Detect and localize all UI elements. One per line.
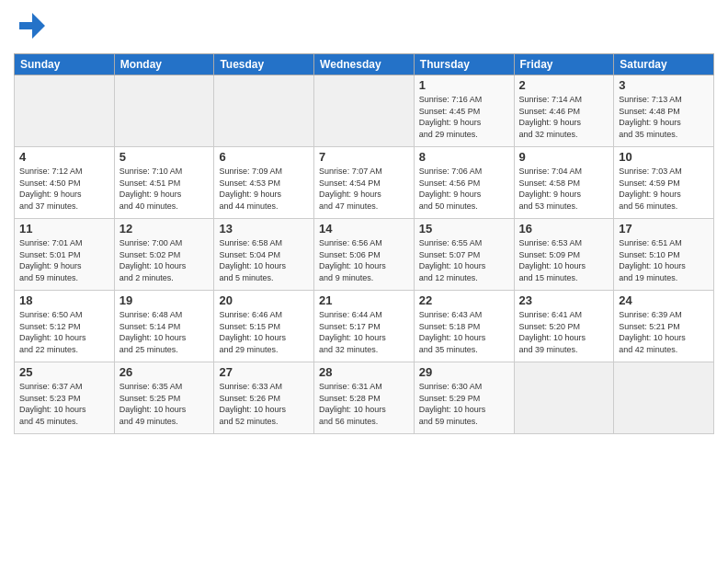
header [14, 9, 714, 46]
header-day-thursday: Thursday [414, 54, 514, 75]
day-number: 4 [19, 150, 109, 164]
calendar-cell: 22Sunrise: 6:43 AM Sunset: 5:18 PM Dayli… [414, 291, 514, 362]
day-info: Sunrise: 6:46 AM Sunset: 5:15 PM Dayligh… [219, 309, 309, 355]
week-row-1: 4Sunrise: 7:12 AM Sunset: 4:50 PM Daylig… [15, 147, 714, 219]
calendar-header: SundayMondayTuesdayWednesdayThursdayFrid… [15, 54, 714, 75]
calendar-cell [314, 75, 415, 147]
day-number: 9 [519, 150, 609, 164]
day-number: 8 [419, 150, 509, 164]
day-number: 3 [619, 78, 709, 92]
calendar-cell: 18Sunrise: 6:50 AM Sunset: 5:12 PM Dayli… [15, 291, 115, 362]
calendar-cell: 20Sunrise: 6:46 AM Sunset: 5:15 PM Dayli… [214, 291, 314, 362]
day-info: Sunrise: 6:35 AM Sunset: 5:25 PM Dayligh… [119, 381, 210, 427]
header-day-tuesday: Tuesday [214, 54, 314, 75]
calendar-body: 1Sunrise: 7:16 AM Sunset: 4:45 PM Daylig… [15, 75, 714, 434]
header-row: SundayMondayTuesdayWednesdayThursdayFrid… [15, 54, 714, 75]
header-day-wednesday: Wednesday [314, 54, 415, 75]
day-info: Sunrise: 6:39 AM Sunset: 5:21 PM Dayligh… [619, 309, 709, 355]
day-info: Sunrise: 7:07 AM Sunset: 4:54 PM Dayligh… [319, 166, 409, 212]
day-number: 1 [419, 78, 509, 92]
calendar-cell: 2Sunrise: 7:14 AM Sunset: 4:46 PM Daylig… [514, 75, 614, 147]
day-number: 13 [219, 222, 309, 236]
calendar-cell: 28Sunrise: 6:31 AM Sunset: 5:28 PM Dayli… [314, 362, 415, 434]
calendar-cell: 8Sunrise: 7:06 AM Sunset: 4:56 PM Daylig… [414, 147, 514, 219]
calendar-cell: 15Sunrise: 6:55 AM Sunset: 5:07 PM Dayli… [414, 219, 514, 291]
header-day-friday: Friday [514, 54, 614, 75]
day-info: Sunrise: 6:41 AM Sunset: 5:20 PM Dayligh… [519, 309, 609, 355]
calendar-cell [214, 75, 314, 147]
calendar-cell [514, 362, 614, 434]
logo-icon [14, 9, 47, 42]
day-number: 20 [219, 293, 309, 307]
day-number: 19 [119, 293, 210, 307]
day-number: 6 [219, 150, 309, 164]
day-number: 15 [419, 222, 509, 236]
calendar-cell: 11Sunrise: 7:01 AM Sunset: 5:01 PM Dayli… [15, 219, 115, 291]
calendar-cell: 6Sunrise: 7:09 AM Sunset: 4:53 PM Daylig… [214, 147, 314, 219]
calendar-cell: 7Sunrise: 7:07 AM Sunset: 4:54 PM Daylig… [314, 147, 415, 219]
day-info: Sunrise: 6:53 AM Sunset: 5:09 PM Dayligh… [519, 237, 609, 283]
day-number: 2 [519, 78, 609, 92]
day-info: Sunrise: 6:56 AM Sunset: 5:06 PM Dayligh… [319, 237, 409, 283]
day-info: Sunrise: 7:16 AM Sunset: 4:45 PM Dayligh… [419, 94, 509, 140]
calendar-cell: 3Sunrise: 7:13 AM Sunset: 4:48 PM Daylig… [614, 75, 714, 147]
calendar-cell: 24Sunrise: 6:39 AM Sunset: 5:21 PM Dayli… [614, 291, 714, 362]
calendar-cell: 26Sunrise: 6:35 AM Sunset: 5:25 PM Dayli… [114, 362, 214, 434]
calendar-cell: 17Sunrise: 6:51 AM Sunset: 5:10 PM Dayli… [614, 219, 714, 291]
calendar-cell: 13Sunrise: 6:58 AM Sunset: 5:04 PM Dayli… [214, 219, 314, 291]
day-info: Sunrise: 7:00 AM Sunset: 5:02 PM Dayligh… [119, 237, 210, 283]
day-info: Sunrise: 6:33 AM Sunset: 5:26 PM Dayligh… [219, 381, 309, 427]
day-info: Sunrise: 6:30 AM Sunset: 5:29 PM Dayligh… [419, 381, 509, 427]
day-number: 25 [19, 365, 109, 379]
day-info: Sunrise: 7:12 AM Sunset: 4:50 PM Dayligh… [19, 166, 109, 212]
day-info: Sunrise: 6:51 AM Sunset: 5:10 PM Dayligh… [619, 237, 709, 283]
calendar-cell: 25Sunrise: 6:37 AM Sunset: 5:23 PM Dayli… [15, 362, 115, 434]
calendar-cell: 10Sunrise: 7:03 AM Sunset: 4:59 PM Dayli… [614, 147, 714, 219]
day-number: 17 [619, 222, 709, 236]
header-day-monday: Monday [114, 54, 214, 75]
logo [14, 9, 49, 46]
day-number: 16 [519, 222, 609, 236]
day-number: 24 [619, 293, 709, 307]
calendar-cell: 9Sunrise: 7:04 AM Sunset: 4:58 PM Daylig… [514, 147, 614, 219]
day-number: 5 [119, 150, 210, 164]
day-number: 12 [119, 222, 210, 236]
calendar-cell: 16Sunrise: 6:53 AM Sunset: 5:09 PM Dayli… [514, 219, 614, 291]
day-info: Sunrise: 6:50 AM Sunset: 5:12 PM Dayligh… [19, 309, 109, 355]
day-info: Sunrise: 7:03 AM Sunset: 4:59 PM Dayligh… [619, 166, 709, 212]
day-number: 29 [419, 365, 509, 379]
day-number: 10 [619, 150, 709, 164]
page: SundayMondayTuesdayWednesdayThursdayFrid… [0, 0, 728, 563]
day-info: Sunrise: 6:58 AM Sunset: 5:04 PM Dayligh… [219, 237, 309, 283]
day-number: 21 [319, 293, 409, 307]
calendar-cell: 12Sunrise: 7:00 AM Sunset: 5:02 PM Dayli… [114, 219, 214, 291]
day-info: Sunrise: 7:14 AM Sunset: 4:46 PM Dayligh… [519, 94, 609, 140]
day-info: Sunrise: 7:04 AM Sunset: 4:58 PM Dayligh… [519, 166, 609, 212]
svg-marker-1 [19, 13, 45, 39]
calendar-table: SundayMondayTuesdayWednesdayThursdayFrid… [14, 53, 714, 434]
week-row-0: 1Sunrise: 7:16 AM Sunset: 4:45 PM Daylig… [15, 75, 714, 147]
week-row-3: 18Sunrise: 6:50 AM Sunset: 5:12 PM Dayli… [15, 291, 714, 362]
calendar-cell: 19Sunrise: 6:48 AM Sunset: 5:14 PM Dayli… [114, 291, 214, 362]
calendar-cell: 23Sunrise: 6:41 AM Sunset: 5:20 PM Dayli… [514, 291, 614, 362]
day-info: Sunrise: 7:06 AM Sunset: 4:56 PM Dayligh… [419, 166, 509, 212]
day-info: Sunrise: 6:55 AM Sunset: 5:07 PM Dayligh… [419, 237, 509, 283]
header-day-saturday: Saturday [614, 54, 714, 75]
header-day-sunday: Sunday [15, 54, 115, 75]
day-info: Sunrise: 6:43 AM Sunset: 5:18 PM Dayligh… [419, 309, 509, 355]
day-number: 18 [19, 293, 109, 307]
day-info: Sunrise: 6:37 AM Sunset: 5:23 PM Dayligh… [19, 381, 109, 427]
calendar-cell [15, 75, 115, 147]
calendar-cell [114, 75, 214, 147]
day-number: 7 [319, 150, 409, 164]
day-number: 23 [519, 293, 609, 307]
day-info: Sunrise: 6:31 AM Sunset: 5:28 PM Dayligh… [319, 381, 409, 427]
day-info: Sunrise: 7:10 AM Sunset: 4:51 PM Dayligh… [119, 166, 210, 212]
day-info: Sunrise: 7:13 AM Sunset: 4:48 PM Dayligh… [619, 94, 709, 140]
day-number: 28 [319, 365, 409, 379]
day-number: 22 [419, 293, 509, 307]
day-info: Sunrise: 6:48 AM Sunset: 5:14 PM Dayligh… [119, 309, 210, 355]
calendar-cell: 1Sunrise: 7:16 AM Sunset: 4:45 PM Daylig… [414, 75, 514, 147]
day-number: 26 [119, 365, 210, 379]
calendar-cell: 21Sunrise: 6:44 AM Sunset: 5:17 PM Dayli… [314, 291, 415, 362]
